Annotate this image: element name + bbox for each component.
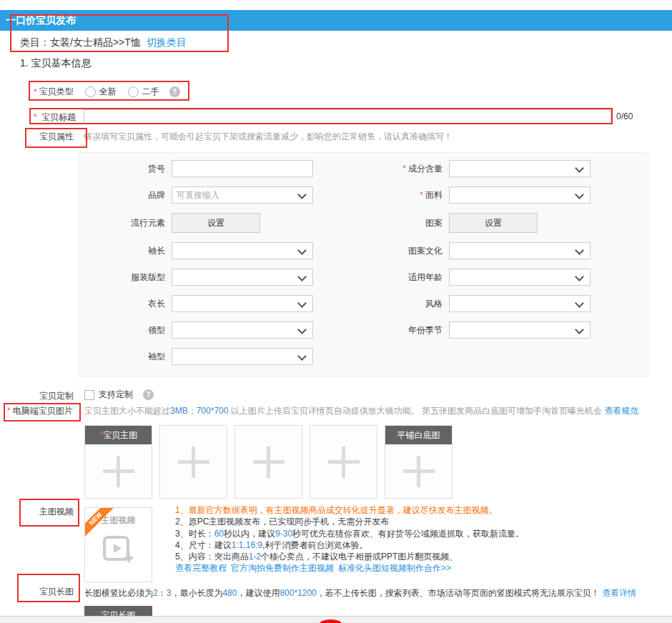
radio-icon[interactable] (85, 86, 96, 97)
property-row: 图案文化 (357, 242, 646, 259)
property-select-dropdown[interactable] (172, 322, 313, 339)
settings-button[interactable]: 设置 (449, 213, 538, 233)
video-notes: 1、最新官方数据表明，有主图视频商品成交转化提升显著，建议尽快发布主图视频。 2… (175, 504, 524, 574)
property-label: 货号 (148, 164, 165, 174)
item-props-warning: 错误填写宝贝属性，可能会引起宝贝下架或搜索流量减少，影响您的正常销售，请认真准确… (84, 131, 453, 143)
page-header-bar: 一口价宝贝发布 (0, 10, 672, 31)
image-upload-tile[interactable] (159, 425, 227, 499)
item-type-label: 宝贝类型 (39, 86, 74, 98)
property-row: 衣长 (79, 295, 355, 312)
long-image-label: 宝贝长图 (39, 586, 74, 598)
item-title-label: 宝贝标题 (41, 112, 76, 122)
help-icon[interactable]: ? (169, 86, 180, 97)
property-select-dropdown[interactable] (172, 269, 313, 286)
pc-images-label: 电脑端宝贝图片 (13, 406, 73, 416)
property-row: 图案 设置 (357, 213, 646, 233)
long-image-upload-tile[interactable]: 宝贝长图 (84, 606, 152, 617)
video-help-link[interactable]: 查看完整教程 (175, 563, 227, 573)
props-left-column: 货号 品牌 可直接输入 流行元素 设置 (79, 160, 355, 374)
radio-icon[interactable] (128, 86, 139, 97)
tile-header: 平铺白底图 (385, 426, 452, 444)
title-char-counter: 0/60 (616, 111, 633, 121)
item-title-input[interactable] (84, 109, 611, 124)
video-note: 1、最新官方数据表明，有主图视频商品成交转化提升显著，建议尽快发布主图视频。 (175, 504, 524, 516)
video-upload-icon (85, 535, 152, 567)
property-label: 适用年龄 (408, 272, 443, 282)
property-label: 流行元素 (131, 218, 165, 228)
video-help-link[interactable]: 官方淘拍免费制作主图视频 (231, 563, 334, 573)
plus-icon (253, 447, 285, 478)
property-label: 袖长 (148, 246, 165, 256)
property-select-dropdown[interactable] (449, 295, 591, 312)
property-label: 图案文化 (408, 246, 443, 256)
pc-images-description: 宝贝主图大小不能超过3MB；700*700 以上图片上传后宝贝详情页自动提供放大… (84, 405, 638, 417)
chevron-down-icon (575, 272, 584, 281)
image-upload-tile[interactable] (234, 425, 302, 499)
video-links: 查看完整教程官方淘拍免费制作主图视频标准化头图短视频制作合作>> (175, 562, 524, 574)
property-select-dropdown[interactable] (172, 242, 313, 259)
tile-header-label: 平铺白底图 (397, 430, 440, 440)
image-upload-tile[interactable]: *宝贝主图 (84, 425, 152, 499)
customization-label: 宝贝定制 (39, 390, 74, 402)
radio-option-label: 二手 (142, 86, 159, 98)
video-help-link[interactable]: 标准化头图短视频制作合作>> (338, 563, 451, 573)
property-select-dropdown[interactable] (449, 322, 591, 339)
item-type-radio-option[interactable]: 二手 (128, 86, 159, 98)
property-row: 袖型 (79, 348, 355, 365)
chevron-down-icon (297, 325, 307, 334)
property-row: *成分含量 (357, 160, 646, 177)
chevron-down-icon (297, 352, 307, 361)
item-title-label-group: * 宝贝标题 (34, 111, 76, 124)
page-title: 一口价宝贝发布 (0, 10, 672, 31)
property-select-dropdown[interactable] (449, 186, 591, 204)
property-label: 成分含量 (408, 164, 443, 174)
select-placeholder: 可直接输入 (172, 187, 312, 203)
video-section-label: 主图视频 (39, 506, 74, 518)
chevron-down-icon (575, 299, 584, 308)
item-type-row: * 宝贝类型 全新 二手 ? (34, 86, 180, 98)
help-icon[interactable]: ? (143, 389, 154, 400)
switch-category-link[interactable]: 切换类目 (147, 36, 187, 49)
property-label: 品牌 (148, 190, 165, 200)
view-detail-link[interactable]: 查看详情 (602, 588, 636, 598)
property-select-dropdown[interactable] (449, 269, 591, 286)
tile-header: 宝贝长图 (84, 606, 152, 617)
required-asterisk: * (34, 112, 37, 122)
video-upload-tile[interactable]: NEW 主图视频 (84, 507, 152, 582)
property-label: 年份季节 (408, 325, 443, 335)
props-right-column: *成分含量 *面料 图案 (357, 160, 646, 348)
property-label: 袖型 (148, 352, 165, 362)
property-select-dropdown[interactable] (449, 160, 591, 177)
settings-button[interactable]: 设置 (172, 213, 260, 233)
plus-icon (403, 456, 435, 487)
chevron-down-icon (575, 246, 584, 255)
property-row: 适用年龄 (357, 269, 646, 286)
item-props-label: 宝贝属性 (39, 131, 74, 143)
video-note: 3、时长：60秒以内，建议9-30秒可优先在猜你喜欢、有好货等公域频道抓取，获取… (175, 528, 524, 539)
property-select-dropdown[interactable]: 可直接输入 (172, 186, 313, 204)
image-upload-tile[interactable]: 平铺白底图 (385, 425, 453, 499)
property-select-dropdown[interactable] (172, 348, 313, 365)
required-asterisk: * (99, 430, 103, 440)
image-upload-tile[interactable] (310, 425, 377, 499)
support-custom-checkbox[interactable] (84, 390, 94, 400)
category-label: 类目：女装/女士精品>>T恤 (20, 36, 141, 49)
property-label: 风格 (425, 299, 443, 309)
plus-icon (328, 447, 360, 478)
property-select-dropdown[interactable] (449, 242, 591, 259)
view-spec-link[interactable]: 查看规范 (604, 406, 638, 416)
chevron-down-icon (297, 299, 307, 308)
customization-row: 支持定制 ? (84, 389, 154, 401)
plus-icon (178, 447, 209, 478)
property-row: 风格 (357, 295, 646, 312)
property-select-dropdown[interactable] (172, 295, 313, 312)
pc-images-label-group: *电脑端宝贝图片 (7, 405, 73, 417)
property-text-input[interactable] (172, 160, 313, 177)
chevron-down-icon (575, 164, 584, 173)
chevron-down-icon (575, 190, 584, 199)
item-type-radio-option[interactable]: 全新 (85, 86, 117, 98)
required-asterisk: * (402, 164, 406, 174)
property-row: *面料 (357, 186, 646, 204)
property-label: 面料 (425, 190, 443, 200)
support-custom-label: 支持定制 (99, 389, 133, 401)
